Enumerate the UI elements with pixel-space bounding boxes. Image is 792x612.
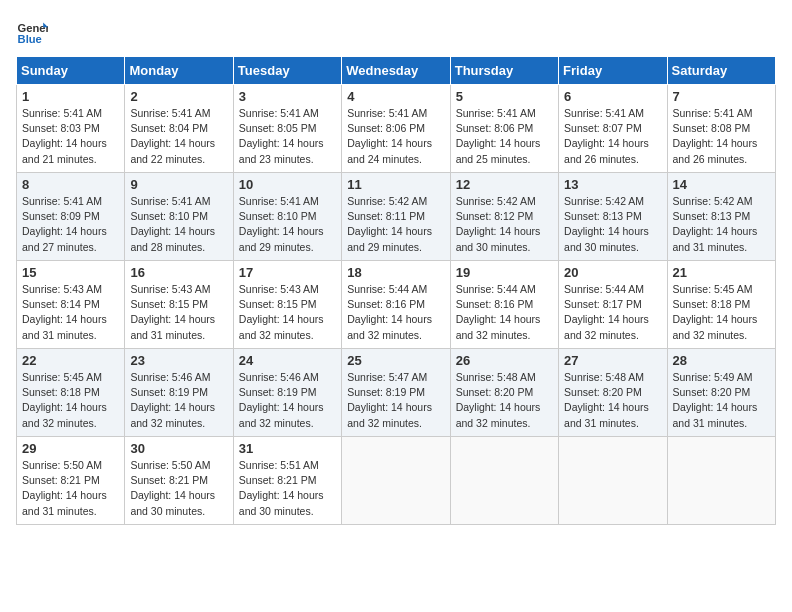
- calendar-cell: 30Sunrise: 5:50 AMSunset: 8:21 PMDayligh…: [125, 437, 233, 525]
- day-number: 26: [456, 353, 553, 368]
- day-info: Sunrise: 5:50 AMSunset: 8:21 PMDaylight:…: [130, 458, 227, 519]
- calendar-cell: 28Sunrise: 5:49 AMSunset: 8:20 PMDayligh…: [667, 349, 775, 437]
- weekday-header: Thursday: [450, 57, 558, 85]
- day-info: Sunrise: 5:45 AMSunset: 8:18 PMDaylight:…: [673, 282, 770, 343]
- day-number: 13: [564, 177, 661, 192]
- calendar-cell: 31Sunrise: 5:51 AMSunset: 8:21 PMDayligh…: [233, 437, 341, 525]
- calendar-cell: 12Sunrise: 5:42 AMSunset: 8:12 PMDayligh…: [450, 173, 558, 261]
- calendar-cell: 25Sunrise: 5:47 AMSunset: 8:19 PMDayligh…: [342, 349, 450, 437]
- day-number: 15: [22, 265, 119, 280]
- day-info: Sunrise: 5:41 AMSunset: 8:06 PMDaylight:…: [347, 106, 444, 167]
- calendar-cell: 26Sunrise: 5:48 AMSunset: 8:20 PMDayligh…: [450, 349, 558, 437]
- day-number: 27: [564, 353, 661, 368]
- calendar-cell: 9Sunrise: 5:41 AMSunset: 8:10 PMDaylight…: [125, 173, 233, 261]
- calendar-cell: [342, 437, 450, 525]
- logo: General Blue: [16, 16, 52, 48]
- header-row: SundayMondayTuesdayWednesdayThursdayFrid…: [17, 57, 776, 85]
- day-number: 20: [564, 265, 661, 280]
- day-number: 31: [239, 441, 336, 456]
- calendar-cell: 3Sunrise: 5:41 AMSunset: 8:05 PMDaylight…: [233, 85, 341, 173]
- day-info: Sunrise: 5:46 AMSunset: 8:19 PMDaylight:…: [130, 370, 227, 431]
- calendar-week: 15Sunrise: 5:43 AMSunset: 8:14 PMDayligh…: [17, 261, 776, 349]
- day-info: Sunrise: 5:41 AMSunset: 8:06 PMDaylight:…: [456, 106, 553, 167]
- day-number: 21: [673, 265, 770, 280]
- day-number: 16: [130, 265, 227, 280]
- day-number: 5: [456, 89, 553, 104]
- day-info: Sunrise: 5:42 AMSunset: 8:13 PMDaylight:…: [564, 194, 661, 255]
- calendar-cell: 22Sunrise: 5:45 AMSunset: 8:18 PMDayligh…: [17, 349, 125, 437]
- day-number: 2: [130, 89, 227, 104]
- weekday-header: Wednesday: [342, 57, 450, 85]
- calendar-cell: 11Sunrise: 5:42 AMSunset: 8:11 PMDayligh…: [342, 173, 450, 261]
- day-number: 9: [130, 177, 227, 192]
- day-info: Sunrise: 5:44 AMSunset: 8:16 PMDaylight:…: [347, 282, 444, 343]
- day-number: 6: [564, 89, 661, 104]
- calendar-week: 8Sunrise: 5:41 AMSunset: 8:09 PMDaylight…: [17, 173, 776, 261]
- day-info: Sunrise: 5:41 AMSunset: 8:08 PMDaylight:…: [673, 106, 770, 167]
- svg-text:Blue: Blue: [18, 33, 42, 45]
- calendar-body: 1Sunrise: 5:41 AMSunset: 8:03 PMDaylight…: [17, 85, 776, 525]
- calendar-cell: [450, 437, 558, 525]
- day-number: 8: [22, 177, 119, 192]
- day-number: 29: [22, 441, 119, 456]
- day-info: Sunrise: 5:41 AMSunset: 8:07 PMDaylight:…: [564, 106, 661, 167]
- day-info: Sunrise: 5:44 AMSunset: 8:16 PMDaylight:…: [456, 282, 553, 343]
- calendar-table: SundayMondayTuesdayWednesdayThursdayFrid…: [16, 56, 776, 525]
- weekday-header: Monday: [125, 57, 233, 85]
- day-number: 28: [673, 353, 770, 368]
- day-number: 30: [130, 441, 227, 456]
- day-number: 14: [673, 177, 770, 192]
- day-info: Sunrise: 5:41 AMSunset: 8:09 PMDaylight:…: [22, 194, 119, 255]
- weekday-header: Friday: [559, 57, 667, 85]
- calendar-cell: 19Sunrise: 5:44 AMSunset: 8:16 PMDayligh…: [450, 261, 558, 349]
- day-info: Sunrise: 5:51 AMSunset: 8:21 PMDaylight:…: [239, 458, 336, 519]
- day-info: Sunrise: 5:41 AMSunset: 8:10 PMDaylight:…: [239, 194, 336, 255]
- calendar-cell: [667, 437, 775, 525]
- day-info: Sunrise: 5:42 AMSunset: 8:13 PMDaylight:…: [673, 194, 770, 255]
- day-info: Sunrise: 5:48 AMSunset: 8:20 PMDaylight:…: [564, 370, 661, 431]
- day-info: Sunrise: 5:49 AMSunset: 8:20 PMDaylight:…: [673, 370, 770, 431]
- day-number: 25: [347, 353, 444, 368]
- day-info: Sunrise: 5:43 AMSunset: 8:14 PMDaylight:…: [22, 282, 119, 343]
- day-number: 18: [347, 265, 444, 280]
- calendar-cell: 17Sunrise: 5:43 AMSunset: 8:15 PMDayligh…: [233, 261, 341, 349]
- calendar-cell: 29Sunrise: 5:50 AMSunset: 8:21 PMDayligh…: [17, 437, 125, 525]
- calendar-cell: 24Sunrise: 5:46 AMSunset: 8:19 PMDayligh…: [233, 349, 341, 437]
- weekday-header: Saturday: [667, 57, 775, 85]
- calendar-cell: 15Sunrise: 5:43 AMSunset: 8:14 PMDayligh…: [17, 261, 125, 349]
- calendar-cell: 13Sunrise: 5:42 AMSunset: 8:13 PMDayligh…: [559, 173, 667, 261]
- day-number: 1: [22, 89, 119, 104]
- calendar-cell: 20Sunrise: 5:44 AMSunset: 8:17 PMDayligh…: [559, 261, 667, 349]
- day-number: 3: [239, 89, 336, 104]
- calendar-cell: 4Sunrise: 5:41 AMSunset: 8:06 PMDaylight…: [342, 85, 450, 173]
- day-info: Sunrise: 5:45 AMSunset: 8:18 PMDaylight:…: [22, 370, 119, 431]
- day-number: 12: [456, 177, 553, 192]
- day-number: 22: [22, 353, 119, 368]
- calendar-week: 29Sunrise: 5:50 AMSunset: 8:21 PMDayligh…: [17, 437, 776, 525]
- logo-icon: General Blue: [16, 16, 48, 48]
- calendar-cell: 5Sunrise: 5:41 AMSunset: 8:06 PMDaylight…: [450, 85, 558, 173]
- day-info: Sunrise: 5:44 AMSunset: 8:17 PMDaylight:…: [564, 282, 661, 343]
- day-info: Sunrise: 5:41 AMSunset: 8:03 PMDaylight:…: [22, 106, 119, 167]
- calendar-week: 1Sunrise: 5:41 AMSunset: 8:03 PMDaylight…: [17, 85, 776, 173]
- calendar-cell: 6Sunrise: 5:41 AMSunset: 8:07 PMDaylight…: [559, 85, 667, 173]
- day-info: Sunrise: 5:41 AMSunset: 8:05 PMDaylight:…: [239, 106, 336, 167]
- calendar-cell: 8Sunrise: 5:41 AMSunset: 8:09 PMDaylight…: [17, 173, 125, 261]
- day-number: 10: [239, 177, 336, 192]
- calendar-cell: 2Sunrise: 5:41 AMSunset: 8:04 PMDaylight…: [125, 85, 233, 173]
- day-number: 23: [130, 353, 227, 368]
- day-number: 7: [673, 89, 770, 104]
- weekday-header: Sunday: [17, 57, 125, 85]
- calendar-cell: 23Sunrise: 5:46 AMSunset: 8:19 PMDayligh…: [125, 349, 233, 437]
- calendar-cell: 1Sunrise: 5:41 AMSunset: 8:03 PMDaylight…: [17, 85, 125, 173]
- day-number: 4: [347, 89, 444, 104]
- calendar-cell: 10Sunrise: 5:41 AMSunset: 8:10 PMDayligh…: [233, 173, 341, 261]
- day-info: Sunrise: 5:41 AMSunset: 8:04 PMDaylight:…: [130, 106, 227, 167]
- calendar-header: SundayMondayTuesdayWednesdayThursdayFrid…: [17, 57, 776, 85]
- day-info: Sunrise: 5:43 AMSunset: 8:15 PMDaylight:…: [239, 282, 336, 343]
- calendar-cell: 14Sunrise: 5:42 AMSunset: 8:13 PMDayligh…: [667, 173, 775, 261]
- calendar-cell: 21Sunrise: 5:45 AMSunset: 8:18 PMDayligh…: [667, 261, 775, 349]
- weekday-header: Tuesday: [233, 57, 341, 85]
- calendar-cell: [559, 437, 667, 525]
- day-number: 24: [239, 353, 336, 368]
